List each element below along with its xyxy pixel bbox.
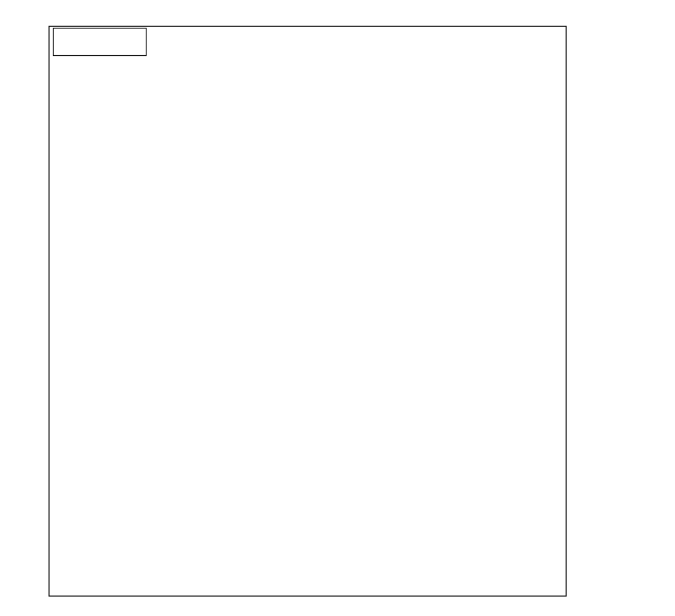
plot-area: [49, 26, 566, 596]
info-box-background: [54, 28, 147, 56]
radar-map-figure: [0, 0, 675, 616]
info-box: [54, 28, 147, 56]
